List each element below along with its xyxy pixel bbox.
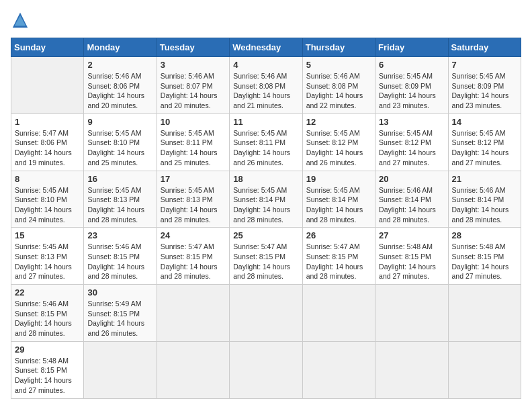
calendar-cell: 12Sunrise: 5:45 AMSunset: 8:12 PMDayligh… [302, 113, 375, 171]
logo-icon [11, 11, 30, 30]
calendar-cell: 29Sunrise: 5:48 AMSunset: 8:15 PMDayligh… [11, 341, 84, 398]
calendar-cell: 26Sunrise: 5:47 AMSunset: 8:15 PMDayligh… [302, 228, 375, 285]
day-info: Sunrise: 5:45 AMSunset: 8:10 PMDaylight:… [15, 185, 80, 225]
calendar-cell: 20Sunrise: 5:46 AMSunset: 8:14 PMDayligh… [375, 171, 448, 228]
day-info: Sunrise: 5:45 AMSunset: 8:13 PMDaylight:… [161, 185, 226, 225]
logo [11, 11, 32, 30]
day-number: 1 [15, 117, 80, 127]
day-info: Sunrise: 5:45 AMSunset: 8:13 PMDaylight:… [87, 185, 152, 225]
day-info: Sunrise: 5:45 AMSunset: 8:12 PMDaylight:… [306, 128, 371, 168]
calendar-cell: 10Sunrise: 5:45 AMSunset: 8:11 PMDayligh… [157, 113, 229, 171]
calendar-cell: 17Sunrise: 5:45 AMSunset: 8:13 PMDayligh… [157, 171, 229, 228]
calendar-cell: 4Sunrise: 5:46 AMSunset: 8:08 PMDaylight… [230, 57, 302, 114]
calendar-cell: 1Sunrise: 5:47 AMSunset: 8:06 PMDaylight… [11, 113, 84, 171]
calendar-body: 2Sunrise: 5:46 AMSunset: 8:06 PMDaylight… [11, 57, 521, 399]
day-number: 2 [87, 60, 152, 70]
calendar-cell: 15Sunrise: 5:45 AMSunset: 8:13 PMDayligh… [11, 228, 84, 285]
day-number: 6 [379, 60, 444, 70]
calendar-cell [302, 341, 375, 398]
day-info: Sunrise: 5:47 AMSunset: 8:15 PMDaylight:… [233, 242, 298, 281]
calendar-cell [157, 341, 229, 398]
calendar-cell: 23Sunrise: 5:46 AMSunset: 8:15 PMDayligh… [84, 228, 157, 285]
day-info: Sunrise: 5:47 AMSunset: 8:15 PMDaylight:… [161, 242, 226, 281]
calendar-week-row: 29Sunrise: 5:48 AMSunset: 8:15 PMDayligh… [11, 341, 521, 398]
day-number: 3 [161, 60, 226, 70]
calendar-cell [84, 341, 157, 398]
day-info: Sunrise: 5:45 AMSunset: 8:12 PMDaylight:… [379, 128, 444, 168]
day-info: Sunrise: 5:46 AMSunset: 8:08 PMDaylight:… [233, 71, 298, 111]
calendar-cell: 16Sunrise: 5:45 AMSunset: 8:13 PMDayligh… [84, 171, 157, 228]
calendar-cell: 24Sunrise: 5:47 AMSunset: 8:15 PMDayligh… [157, 228, 229, 285]
day-number: 28 [452, 230, 517, 240]
day-info: Sunrise: 5:45 AMSunset: 8:12 PMDaylight:… [452, 128, 517, 168]
calendar-week-row: 15Sunrise: 5:45 AMSunset: 8:13 PMDayligh… [11, 228, 521, 285]
day-number: 20 [379, 174, 444, 184]
day-number: 12 [306, 117, 371, 127]
day-number: 23 [87, 230, 152, 240]
calendar-week-row: 8Sunrise: 5:45 AMSunset: 8:10 PMDaylight… [11, 171, 521, 228]
calendar-cell: 13Sunrise: 5:45 AMSunset: 8:12 PMDayligh… [375, 113, 448, 171]
calendar-cell: 11Sunrise: 5:45 AMSunset: 8:11 PMDayligh… [230, 113, 302, 171]
day-info: Sunrise: 5:46 AMSunset: 8:15 PMDaylight:… [87, 242, 152, 281]
day-number: 27 [379, 230, 444, 240]
day-info: Sunrise: 5:45 AMSunset: 8:09 PMDaylight:… [452, 71, 517, 111]
dow-header: Wednesday [230, 38, 302, 57]
day-number: 10 [161, 117, 226, 127]
calendar-cell [375, 285, 448, 342]
day-info: Sunrise: 5:49 AMSunset: 8:15 PMDaylight:… [87, 299, 152, 338]
day-info: Sunrise: 5:45 AMSunset: 8:13 PMDaylight:… [15, 242, 80, 281]
day-number: 11 [233, 117, 298, 127]
day-info: Sunrise: 5:45 AMSunset: 8:11 PMDaylight:… [161, 128, 226, 168]
day-info: Sunrise: 5:47 AMSunset: 8:06 PMDaylight:… [15, 128, 80, 168]
day-info: Sunrise: 5:48 AMSunset: 8:15 PMDaylight:… [379, 242, 444, 281]
calendar-table: SundayMondayTuesdayWednesdayThursdayFrid… [11, 38, 521, 399]
calendar-cell [230, 285, 302, 342]
calendar-cell: 6Sunrise: 5:45 AMSunset: 8:09 PMDaylight… [375, 57, 448, 114]
day-info: Sunrise: 5:48 AMSunset: 8:15 PMDaylight:… [15, 356, 80, 396]
calendar-cell: 7Sunrise: 5:45 AMSunset: 8:09 PMDaylight… [448, 57, 521, 114]
day-number: 21 [452, 174, 517, 184]
calendar-cell [448, 341, 521, 398]
day-info: Sunrise: 5:46 AMSunset: 8:14 PMDaylight:… [452, 185, 517, 225]
calendar-cell: 30Sunrise: 5:49 AMSunset: 8:15 PMDayligh… [84, 285, 157, 342]
calendar-cell: 21Sunrise: 5:46 AMSunset: 8:14 PMDayligh… [448, 171, 521, 228]
day-info: Sunrise: 5:46 AMSunset: 8:15 PMDaylight:… [15, 299, 80, 338]
dow-header: Tuesday [157, 38, 229, 57]
dow-header: Friday [375, 38, 448, 57]
calendar-week-row: 22Sunrise: 5:46 AMSunset: 8:15 PMDayligh… [11, 285, 521, 342]
day-number: 17 [161, 174, 226, 184]
calendar-cell [230, 341, 302, 398]
calendar-cell: 27Sunrise: 5:48 AMSunset: 8:15 PMDayligh… [375, 228, 448, 285]
day-number: 22 [15, 287, 80, 298]
calendar-cell [375, 341, 448, 398]
dow-header: Sunday [11, 38, 84, 57]
day-number: 25 [233, 230, 298, 240]
day-number: 26 [306, 230, 371, 240]
calendar-cell: 14Sunrise: 5:45 AMSunset: 8:12 PMDayligh… [448, 113, 521, 171]
calendar-cell: 18Sunrise: 5:45 AMSunset: 8:14 PMDayligh… [230, 171, 302, 228]
day-number: 30 [87, 287, 152, 298]
calendar-cell [157, 285, 229, 342]
calendar-week-row: 1Sunrise: 5:47 AMSunset: 8:06 PMDaylight… [11, 113, 521, 171]
calendar-cell: 25Sunrise: 5:47 AMSunset: 8:15 PMDayligh… [230, 228, 302, 285]
day-number: 5 [306, 60, 371, 70]
dow-header: Thursday [302, 38, 375, 57]
day-number: 18 [233, 174, 298, 184]
day-info: Sunrise: 5:45 AMSunset: 8:10 PMDaylight:… [87, 128, 152, 168]
calendar-cell [11, 57, 84, 114]
day-info: Sunrise: 5:45 AMSunset: 8:09 PMDaylight:… [379, 71, 444, 111]
page-header [11, 11, 521, 30]
calendar-cell: 19Sunrise: 5:45 AMSunset: 8:14 PMDayligh… [302, 171, 375, 228]
day-number: 8 [15, 174, 80, 184]
day-number: 9 [87, 117, 152, 127]
calendar-cell: 9Sunrise: 5:45 AMSunset: 8:10 PMDaylight… [84, 113, 157, 171]
dow-header: Saturday [448, 38, 521, 57]
dow-header: Monday [84, 38, 157, 57]
calendar-cell: 8Sunrise: 5:45 AMSunset: 8:10 PMDaylight… [11, 171, 84, 228]
day-info: Sunrise: 5:46 AMSunset: 8:06 PMDaylight:… [87, 71, 152, 111]
day-number: 7 [452, 60, 517, 70]
day-info: Sunrise: 5:46 AMSunset: 8:14 PMDaylight:… [379, 185, 444, 225]
day-info: Sunrise: 5:46 AMSunset: 8:07 PMDaylight:… [161, 71, 226, 111]
day-number: 19 [306, 174, 371, 184]
day-info: Sunrise: 5:46 AMSunset: 8:08 PMDaylight:… [306, 71, 371, 111]
